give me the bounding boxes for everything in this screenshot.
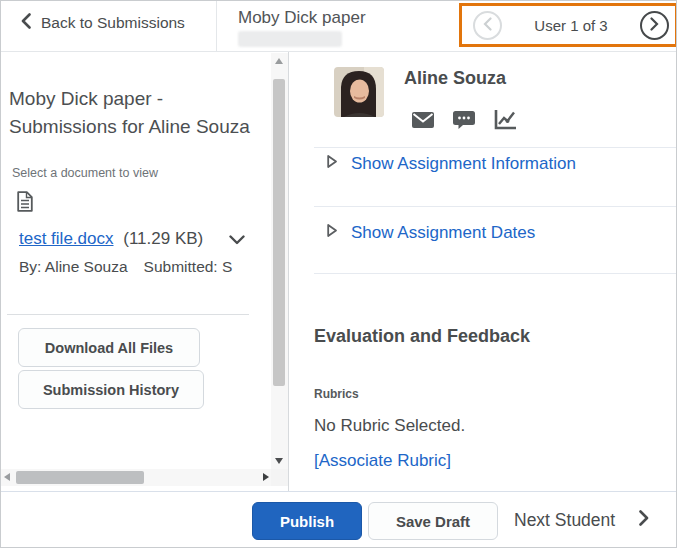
- section-divider: [314, 273, 677, 274]
- chevron-right-circle-icon: [650, 17, 659, 34]
- submissions-panel: Moby Dick paper - Submissions for Aline …: [1, 52, 289, 491]
- file-options-toggle[interactable]: [229, 233, 245, 248]
- submissions-heading: Moby Dick paper - Submissions for Aline …: [9, 85, 261, 141]
- vertical-scrollbar[interactable]: [271, 53, 288, 469]
- user-pager-label: User 1 of 3: [502, 17, 640, 34]
- vertical-scrollbar-thumb[interactable]: [273, 79, 285, 386]
- back-label: Back to Submissions: [41, 14, 185, 32]
- back-to-submissions-link[interactable]: Back to Submissions: [21, 13, 185, 33]
- evaluation-panel: Aline Souza Show As: [289, 52, 677, 491]
- header-divider: [216, 1, 217, 52]
- submission-byline: By: Aline SouzaSubmitted: S: [19, 258, 270, 276]
- show-assignment-information-label: Show Assignment Information: [351, 154, 576, 174]
- assignment-grader-window: Back to Submissions Moby Dick paper User…: [0, 0, 677, 548]
- line-chart-icon: [494, 118, 516, 133]
- caret-right-icon: [326, 154, 338, 174]
- section-divider: [314, 147, 677, 148]
- show-assignment-dates-label: Show Assignment Dates: [351, 223, 535, 243]
- email-icon: [412, 116, 434, 131]
- section-divider: [314, 206, 677, 207]
- action-bar: Publish Save Draft Next Student: [1, 491, 677, 548]
- previous-user-button[interactable]: [473, 11, 502, 40]
- rubrics-label: Rubrics: [314, 387, 359, 401]
- caret-right-icon: [326, 223, 338, 243]
- download-all-files-button[interactable]: Download All Files: [18, 328, 200, 367]
- file-size: (11.29 KB): [123, 229, 203, 248]
- instant-message-button[interactable]: [451, 108, 477, 135]
- next-user-button[interactable]: [640, 11, 669, 40]
- submission-history-button[interactable]: Submission History: [18, 370, 204, 409]
- horizontal-scrollbar[interactable]: [1, 469, 272, 486]
- select-document-hint: Select a document to view: [12, 166, 158, 180]
- evaluation-heading: Evaluation and Feedback: [314, 326, 530, 347]
- submitted-by: By: Aline Souza: [19, 258, 128, 275]
- show-assignment-information-toggle[interactable]: Show Assignment Information: [326, 154, 576, 174]
- show-assignment-dates-toggle[interactable]: Show Assignment Dates: [326, 223, 535, 243]
- page-title: Moby Dick paper: [238, 8, 366, 28]
- next-student-label: Next Student: [514, 510, 615, 531]
- next-student-button[interactable]: Next Student: [514, 492, 649, 548]
- horizontal-scrollbar-thumb[interactable]: [16, 471, 144, 484]
- save-draft-button[interactable]: Save Draft: [368, 502, 498, 540]
- top-bar: Back to Submissions Moby Dick paper User…: [1, 1, 677, 52]
- panel-divider: [7, 314, 249, 315]
- document-icon: [17, 191, 33, 216]
- student-avatar: [334, 67, 384, 117]
- associate-rubric-link[interactable]: [Associate Rubric]: [314, 451, 451, 471]
- submitted-date: Submitted: S: [144, 258, 233, 275]
- chat-icon: [453, 118, 475, 133]
- file-link[interactable]: test file.docx: [19, 229, 114, 248]
- student-name: Aline Souza: [404, 68, 506, 89]
- scroll-right-arrow[interactable]: [263, 473, 269, 481]
- scrollbar-corner: [271, 469, 288, 486]
- scroll-up-arrow[interactable]: [275, 58, 283, 64]
- user-progress-button[interactable]: [492, 108, 518, 135]
- user-pager-highlight-box: User 1 of 3: [459, 3, 677, 47]
- email-button[interactable]: [410, 108, 436, 135]
- publish-button[interactable]: Publish: [252, 502, 362, 540]
- chevron-down-icon: [229, 233, 245, 248]
- chevron-left-circle-icon: [483, 17, 492, 34]
- redacted-course-text: [238, 31, 342, 47]
- rubric-status-text: No Rubric Selected.: [314, 416, 465, 436]
- student-contact-actions: [410, 108, 518, 135]
- scroll-down-arrow[interactable]: [275, 458, 283, 464]
- chevron-right-icon: [639, 510, 649, 531]
- scroll-left-arrow[interactable]: [4, 473, 10, 481]
- chevron-left-icon: [21, 13, 31, 33]
